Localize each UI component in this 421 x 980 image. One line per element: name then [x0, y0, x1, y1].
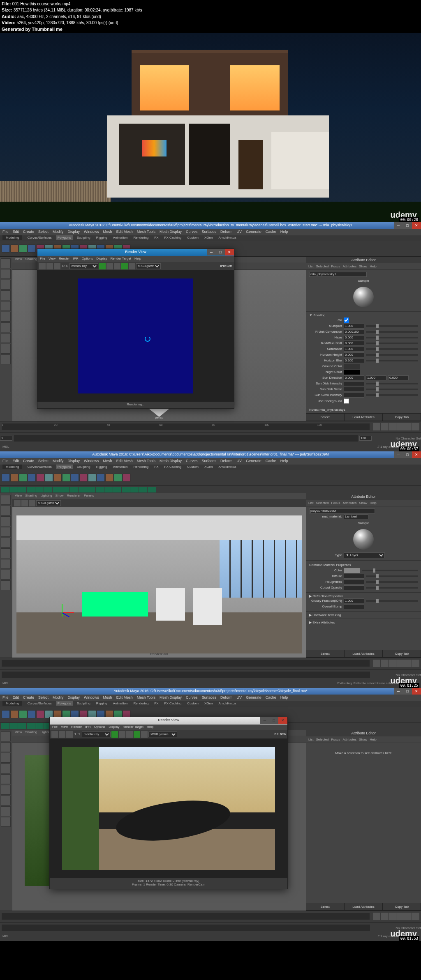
shelf-tab[interactable]: Rendering: [132, 235, 150, 240]
menu-generate[interactable]: Generate: [246, 230, 261, 234]
menu-item[interactable]: Surfaces: [202, 459, 217, 463]
colorspace-select[interactable]: sRGB gamma: [36, 500, 61, 506]
vp-menu[interactable]: View: [15, 730, 22, 734]
menu-deform[interactable]: Deform: [220, 230, 233, 234]
menu-item[interactable]: Deform: [220, 459, 233, 463]
secondary-shelf[interactable]: [0, 486, 421, 493]
render-settings-icon[interactable]: [111, 731, 118, 738]
shelf-icon[interactable]: [10, 710, 19, 718]
time-slider[interactable]: 120406080100120: [2, 423, 370, 430]
vp-menu[interactable]: Lighting: [41, 494, 52, 497]
tool-icon[interactable]: [1, 354, 11, 364]
maya-menubar[interactable]: FileEditCreateSelectModifyDisplayWindows…: [0, 695, 421, 701]
shelf-tab[interactable]: FX: [153, 465, 160, 469]
vp-menu[interactable]: Panels: [84, 494, 94, 497]
select-button[interactable]: Select: [306, 413, 344, 421]
move-tool-icon[interactable]: [1, 280, 11, 290]
rv-toolbar-icon[interactable]: [106, 263, 113, 269]
colorspace-select[interactable]: sRGB gamma: [136, 263, 161, 269]
play-button[interactable]: [381, 913, 388, 920]
render-view-window[interactable]: Render View ─□✕ FileViewRenderIPROptions…: [37, 248, 234, 409]
play-back-button[interactable]: [389, 423, 396, 430]
shelf-tab-active[interactable]: Polygons: [56, 465, 73, 469]
menu-item[interactable]: Generate: [246, 695, 261, 699]
rewind-button[interactable]: [373, 423, 380, 430]
rotate-tool-icon[interactable]: [1, 290, 11, 300]
shelf-icon[interactable]: [61, 487, 69, 492]
maximize-button[interactable]: □: [269, 717, 278, 724]
menu-item[interactable]: Modify: [53, 459, 64, 463]
attr-tab[interactable]: List: [308, 265, 313, 268]
transform-gizmo[interactable]: [62, 604, 78, 621]
vp-menu[interactable]: Shading: [25, 730, 37, 734]
shelf-tab[interactable]: Curves/Surfaces: [26, 701, 53, 706]
play-button[interactable]: [412, 660, 419, 667]
shelf-tab[interactable]: Rigging: [95, 235, 109, 240]
menu-item[interactable]: File: [2, 695, 9, 699]
shelf-icons[interactable]: [0, 470, 421, 486]
close-button[interactable]: ✕: [412, 222, 421, 229]
menu-item[interactable]: Curves: [186, 459, 198, 463]
workspace-selector[interactable]: Modeling: [2, 465, 22, 469]
vp-toolbar-icon[interactable]: [21, 500, 28, 506]
viewport-3d[interactable]: RenderCam: [12, 507, 306, 658]
range-track[interactable]: [2, 925, 370, 931]
rv-toolbar-icon[interactable]: [114, 263, 120, 269]
mel-label[interactable]: MEL: [2, 445, 9, 451]
attr-tab[interactable]: Selected: [316, 265, 328, 268]
attr-value[interactable]: [344, 604, 364, 609]
attr-tab[interactable]: Help: [370, 501, 376, 505]
attr-value[interactable]: 0.100: [344, 358, 364, 363]
shelf-icon[interactable]: [2, 474, 10, 482]
shelf-tab[interactable]: Animation: [111, 465, 130, 469]
rv-menu[interactable]: Display: [96, 257, 107, 260]
render-region-icon[interactable]: [54, 263, 60, 269]
attr-slider[interactable]: [366, 600, 418, 602]
play-button[interactable]: [404, 660, 412, 667]
play-button[interactable]: [396, 423, 404, 430]
attr-slider[interactable]: [366, 360, 418, 361]
rv-toolbar-icon[interactable]: [126, 731, 133, 738]
shelf-icon[interactable]: [62, 474, 70, 482]
close-button[interactable]: ✕: [412, 688, 421, 695]
shelf-icon[interactable]: [28, 710, 36, 718]
menu-item[interactable]: Create: [23, 459, 34, 463]
play-button[interactable]: [404, 913, 412, 920]
menu-curves[interactable]: Curves: [186, 230, 198, 234]
shelf-icon[interactable]: [18, 723, 26, 729]
vp-menu[interactable]: Show: [56, 494, 64, 497]
render-image-area[interactable]: [37, 270, 234, 402]
menu-item[interactable]: UV: [237, 459, 242, 463]
shelf-tab[interactable]: Rigging: [95, 465, 109, 469]
renderer-select[interactable]: mental ray: [82, 732, 111, 737]
attr-value[interactable]: 1.000: [344, 598, 364, 603]
minimize-button[interactable]: ─: [207, 249, 216, 255]
attr-slider[interactable]: [366, 348, 418, 350]
menu-item[interactable]: Windows: [84, 695, 99, 699]
maximize-button[interactable]: □: [216, 249, 225, 255]
play-button[interactable]: [389, 660, 396, 667]
shelf-icon[interactable]: [1, 723, 9, 729]
attr-slider[interactable]: [366, 354, 418, 356]
menu-item[interactable]: Mesh Tools: [137, 459, 155, 463]
tool-icon[interactable]: [1, 495, 11, 505]
timeline[interactable]: [0, 658, 421, 669]
attr-value[interactable]: [344, 580, 364, 584]
vp-toolbar-icon[interactable]: [29, 500, 35, 506]
section-header[interactable]: ▼ Shading: [309, 313, 418, 317]
attr-tab[interactable]: Attributes: [342, 265, 356, 268]
tool-icon[interactable]: [1, 527, 11, 537]
color-swatch[interactable]: [344, 370, 360, 375]
attr-slider[interactable]: [366, 331, 418, 333]
shelf-tab[interactable]: Rigging: [95, 701, 109, 706]
keep-image-icon[interactable]: [121, 263, 128, 269]
minimize-button[interactable]: ─: [260, 717, 269, 724]
shelf-tab[interactable]: Rendering: [132, 465, 150, 469]
color-swatch[interactable]: [344, 568, 360, 573]
shelf-icon[interactable]: [35, 723, 44, 729]
ipr-button-icon[interactable]: [46, 263, 53, 269]
menu-item[interactable]: Help: [280, 459, 288, 463]
menu-item[interactable]: Mesh: [103, 695, 112, 699]
time-slider[interactable]: [2, 660, 370, 667]
attr-value[interactable]: 0.000: [344, 375, 364, 380]
